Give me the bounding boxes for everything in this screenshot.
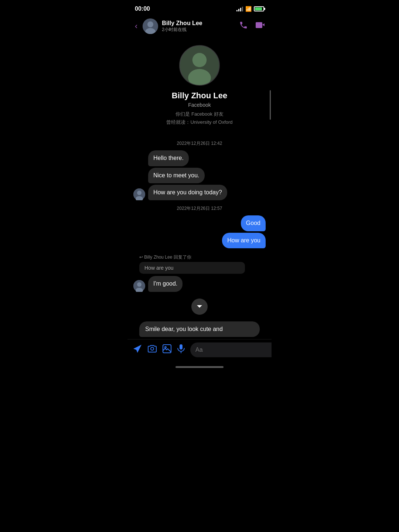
home-bar xyxy=(175,366,224,368)
back-button[interactable]: ‹ xyxy=(133,20,139,33)
message-bubble[interactable]: Nice to meet you. xyxy=(148,168,205,183)
message-bubble[interactable]: How are you xyxy=(222,233,266,248)
send-location-button[interactable] xyxy=(133,344,142,356)
message-toolbar: 😀 👍 xyxy=(127,339,272,361)
svg-point-1 xyxy=(147,21,153,27)
video-button[interactable] xyxy=(255,21,266,32)
svg-point-7 xyxy=(137,191,141,195)
reply-indicator: ↩ Billy Zhou Lee 回复了你 xyxy=(139,254,266,260)
contact-avatar-small[interactable] xyxy=(143,18,158,34)
message-input[interactable] xyxy=(195,347,269,353)
home-indicator xyxy=(127,361,272,374)
contact-name: Billy Zhou Lee xyxy=(162,20,235,27)
profile-name: Billy Zhou Lee xyxy=(172,91,227,100)
message-bubble[interactable]: Good xyxy=(241,215,266,231)
signal-icon xyxy=(236,6,243,11)
message-row: How are you doing today? xyxy=(133,185,266,200)
message-row: Hello there. xyxy=(133,150,266,166)
svg-point-14 xyxy=(165,347,166,348)
chat-header: ‹ Billy Zhou Lee 2小时前在线 xyxy=(127,16,272,38)
profile-friend-text: 你们是 Facebook 好友 曾经就读：University of Oxfor… xyxy=(166,110,232,126)
timestamp-1: 2022年12月26日 12:42 xyxy=(133,140,266,147)
svg-rect-13 xyxy=(163,345,171,353)
scroll-down-button[interactable] xyxy=(191,299,208,315)
header-actions xyxy=(239,21,266,32)
svg-point-12 xyxy=(151,347,154,350)
message-row: Nice to meet you. xyxy=(133,168,266,183)
gallery-button[interactable] xyxy=(162,344,172,356)
profile-section: Billy Zhou Lee Facebook 你们是 Facebook 好友 … xyxy=(133,38,266,135)
message-row: I'm good. xyxy=(133,276,266,291)
page-container: 00:00 📶 ‹ xyxy=(127,0,272,374)
profile-source: Facebook xyxy=(188,102,211,108)
battery-icon xyxy=(254,6,264,11)
message-input-wrap: 😀 xyxy=(190,342,272,357)
profile-avatar[interactable] xyxy=(179,45,220,86)
status-bar: 00:00 📶 xyxy=(127,0,272,16)
timestamp-2: 2022年12月26日 12:57 xyxy=(133,205,266,212)
svg-point-4 xyxy=(192,53,207,67)
sender-avatar xyxy=(133,188,145,200)
camera-button[interactable] xyxy=(147,344,157,356)
wifi-icon: 📶 xyxy=(245,6,252,12)
phone-button[interactable] xyxy=(239,21,248,32)
message-row: How are you xyxy=(133,233,266,248)
svg-rect-15 xyxy=(180,344,183,349)
status-time: 00:00 xyxy=(135,6,150,12)
svg-point-10 xyxy=(137,282,141,287)
microphone-button[interactable] xyxy=(177,344,185,356)
reply-quote: How are you xyxy=(139,262,245,274)
contact-status: 2小时前在线 xyxy=(162,27,235,33)
message-row: Good xyxy=(133,215,266,231)
scrollbar-track xyxy=(270,16,271,344)
message-bubble[interactable]: How are you doing today? xyxy=(148,185,227,200)
scrollbar-thumb[interactable] xyxy=(270,90,271,120)
status-icons: 📶 xyxy=(236,6,264,12)
message-bubble[interactable]: Hello there. xyxy=(148,150,189,166)
partial-message-bubble[interactable]: Smile dear, you look cute and xyxy=(139,321,260,337)
chat-area: Billy Zhou Lee Facebook 你们是 Facebook 好友 … xyxy=(127,38,272,339)
sender-avatar xyxy=(133,280,145,292)
message-bubble[interactable]: I'm good. xyxy=(148,276,183,291)
contact-info[interactable]: Billy Zhou Lee 2小时前在线 xyxy=(162,20,235,33)
